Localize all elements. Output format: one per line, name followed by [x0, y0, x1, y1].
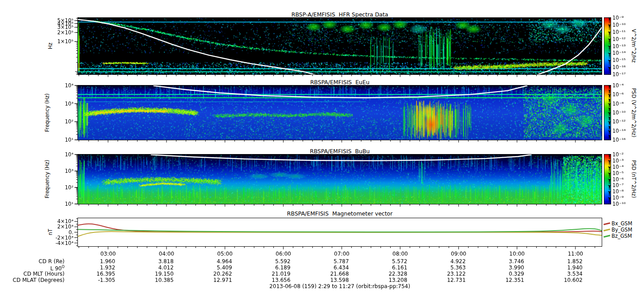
colorbar-tick-label: 10⁻¹⁷ [612, 72, 626, 77]
time-tick-label: 10:00 [509, 251, 525, 257]
ephemeris-value: 1.852 [567, 259, 583, 265]
panel-title-eueu: RBSPA/EMFISIS EuEu [78, 79, 602, 85]
y-tick-label: -4×10⁴ [56, 240, 73, 246]
footer-caption: 2013-06-08 (159) 2:29 to 11:27 (orbit:rb… [78, 283, 602, 289]
y-tick-label: 10³ [65, 101, 73, 106]
panel-title-magnetometer: RBSPA/EMFISIS Magnetometer vector [78, 210, 602, 217]
panel-title-hfr: RBSP-A/EMFISIS HFR Spectra Data [78, 11, 602, 18]
ephemeris-value: 5.787 [334, 259, 349, 265]
figure-rbsp-emfisis: RBSP-A/EMFISIS HFR Spectra Data Hz V^2/m… [0, 0, 644, 293]
colorbar-tick-label: 10⁻⁵ [612, 170, 624, 176]
ephemeris-value: 13.656 [272, 277, 291, 283]
colorbar-tick-label: 10⁻¹⁶ [612, 65, 626, 70]
bubu-y-axis-label: Frequency (Hz) [44, 160, 50, 199]
ephemeris-value: 5.572 [392, 259, 407, 265]
bubu-spectrogram [78, 155, 602, 204]
time-tick-label: 04:00 [159, 251, 174, 257]
magnetometer-plot-area [77, 218, 602, 247]
time-tick-label: 08:00 [393, 251, 408, 257]
ephemeris-value: 19.150 [155, 271, 174, 277]
y-tick-label: 10² [65, 119, 73, 125]
bubu-colorbar-label: PSD (nT^2/Hz) [631, 160, 637, 198]
legend-swatch [603, 222, 610, 225]
legend-item-bx_gsm: Bx_GSM [603, 220, 632, 226]
legend-swatch [603, 235, 610, 238]
ephemeris-value: 4.964 [217, 259, 232, 265]
ephemeris-value: 4.922 [450, 259, 466, 265]
time-tick-label: 05:00 [217, 251, 233, 257]
hfr-y-axis-label: Hz [47, 43, 53, 49]
colorbar-tick-label: 10⁻¹⁶ [612, 137, 626, 143]
eueu-colorbar-label: PSD (V^2/m^2/Hz) [631, 88, 637, 137]
legend-swatch [603, 228, 610, 232]
time-tick-label: 07:00 [334, 251, 350, 257]
eueu-plot-area [77, 85, 602, 140]
time-tick-label: 06:00 [275, 251, 291, 257]
colorbar-tick-label: 10⁻¹⁴ [612, 128, 626, 134]
colorbar-tick-label: 10⁻¹⁵ [612, 57, 626, 63]
ephemeris-value: 5.409 [217, 265, 232, 271]
y-tick-label: 10³ [65, 168, 73, 174]
colorbar-tick-label: 10⁻¹³ [612, 43, 626, 49]
colorbar-tick-label: 10⁻² [612, 152, 624, 158]
colorbar-tick-label: 10⁻⁶ [612, 176, 624, 182]
y-tick-label: 10² [65, 185, 73, 191]
ephemeris-value: 6.434 [334, 265, 349, 271]
ephemeris-value: 12.351 [506, 277, 524, 283]
y-tick-label: 10¹ [65, 201, 73, 207]
colorbar-tick-label: 10⁻⁷ [612, 183, 624, 188]
time-tick-label: 09:00 [451, 251, 466, 257]
magnetometer-plot [78, 218, 602, 246]
legend-item-bz_gsm: Bz_GSM [603, 233, 632, 239]
ephemeris-value: 0.329 [509, 271, 524, 277]
colorbar-tick-label: 10⁻⁴ [612, 83, 624, 89]
ephemeris-value: 10.385 [155, 277, 174, 283]
ephemeris-value: -1.305 [98, 277, 115, 283]
hfr-colorbar-label: V^2/m^2/Hz [631, 29, 637, 62]
colorbar-tick-label: 10⁻³ [612, 158, 624, 163]
time-tick-label: 11:00 [568, 251, 583, 257]
bubu-plot-area [77, 154, 602, 204]
ephemeris-value: 1.932 [100, 265, 115, 271]
eueu-colorbar [604, 85, 611, 140]
ephemeris-value: 20.262 [213, 271, 232, 277]
ephemeris-value: 21.019 [272, 271, 291, 277]
hfr-spectrogram [78, 18, 602, 74]
magnetometer-y-axis-label: nT [47, 229, 53, 235]
legend-label: Bz_GSM [612, 233, 632, 239]
ephemeris-value: 6.161 [392, 265, 407, 271]
colorbar-tick-label: 10⁻¹⁴ [612, 50, 626, 56]
ephemeris-value: 6.189 [275, 265, 290, 271]
ephemeris-row-label: CD MLAT (Degrees) [13, 277, 65, 283]
colorbar-tick-label: 10⁻¹⁰ [612, 201, 626, 207]
panel-title-bubu: RBSPA/EMFISIS BuBu [78, 148, 602, 155]
y-tick-label: 10⁴ [65, 83, 73, 89]
ephemeris-value: 5.592 [275, 259, 290, 265]
ephemeris-value: 1.940 [567, 265, 583, 271]
ephemeris-value: 12.731 [447, 277, 466, 283]
ephemeris-value: 12.971 [213, 277, 232, 283]
legend-label: Bx_GSM [612, 220, 632, 227]
legend-item-by_gsm: By_GSM [603, 227, 632, 232]
ephemeris-value: 3.746 [509, 259, 524, 265]
ephemeris-value: 10.602 [564, 277, 583, 283]
ephemeris-value: 1.960 [100, 259, 115, 265]
ephemeris-value: 3.990 [509, 265, 524, 271]
ephemeris-value: 3.818 [158, 259, 174, 265]
colorbar-tick-label: 10⁻¹¹ [612, 29, 626, 35]
ephemeris-value: 5.363 [450, 265, 466, 271]
ephemeris-row-label-sup: O [62, 265, 65, 269]
colorbar-tick-label: 10⁻¹² [612, 119, 626, 125]
ephemeris-value: 23.122 [447, 271, 466, 277]
colorbar-tick-label: 10⁻¹⁰ [612, 110, 626, 116]
colorbar-tick-label: 10⁻⁸ [612, 189, 624, 195]
colorbar-tick-label: 10⁻⁸ [612, 101, 624, 106]
eueu-y-axis-label: Frequency (Hz) [44, 94, 50, 132]
ephemeris-value: 13.598 [330, 277, 349, 283]
ephemeris-row-label: CD MLT (Hours) [24, 271, 65, 277]
ephemeris-value: 22.328 [389, 271, 407, 277]
legend-label: By_GSM [612, 227, 632, 233]
ephemeris-value: 13.208 [389, 277, 407, 283]
colorbar-tick-label: 10⁻¹⁰ [612, 22, 626, 28]
bubu-colorbar [604, 154, 611, 204]
